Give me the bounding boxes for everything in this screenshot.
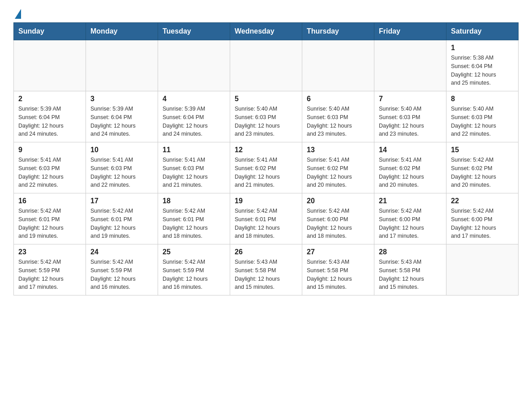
day-number: 2 — [18, 95, 81, 103]
week-row-3: 9Sunrise: 5:41 AM Sunset: 6:03 PM Daylig… — [14, 142, 519, 193]
day-info: Sunrise: 5:39 AM Sunset: 6:04 PM Dayligh… — [18, 105, 81, 138]
calendar-cell: 5Sunrise: 5:40 AM Sunset: 6:03 PM Daylig… — [230, 91, 302, 142]
day-info: Sunrise: 5:43 AM Sunset: 5:58 PM Dayligh… — [379, 258, 442, 291]
week-row-2: 2Sunrise: 5:39 AM Sunset: 6:04 PM Daylig… — [14, 91, 519, 142]
calendar-cell: 12Sunrise: 5:41 AM Sunset: 6:02 PM Dayli… — [230, 142, 302, 193]
day-info: Sunrise: 5:42 AM Sunset: 6:01 PM Dayligh… — [163, 207, 225, 240]
day-info: Sunrise: 5:39 AM Sunset: 6:04 PM Dayligh… — [163, 105, 225, 138]
day-info: Sunrise: 5:41 AM Sunset: 6:02 PM Dayligh… — [235, 156, 297, 189]
calendar-cell: 11Sunrise: 5:41 AM Sunset: 6:03 PM Dayli… — [158, 142, 230, 193]
weekday-header-row: SundayMondayTuesdayWednesdayThursdayFrid… — [14, 23, 519, 40]
day-number: 4 — [163, 95, 225, 103]
day-number: 24 — [90, 248, 153, 256]
week-row-4: 16Sunrise: 5:42 AM Sunset: 6:01 PM Dayli… — [14, 193, 519, 244]
logo — [13, 9, 21, 18]
day-info: Sunrise: 5:42 AM Sunset: 5:59 PM Dayligh… — [18, 258, 81, 291]
day-info: Sunrise: 5:42 AM Sunset: 5:59 PM Dayligh… — [163, 258, 225, 291]
day-info: Sunrise: 5:40 AM Sunset: 6:03 PM Dayligh… — [451, 105, 514, 138]
calendar-cell: 7Sunrise: 5:40 AM Sunset: 6:03 PM Daylig… — [374, 91, 446, 142]
calendar-cell: 13Sunrise: 5:41 AM Sunset: 6:02 PM Dayli… — [302, 142, 374, 193]
day-info: Sunrise: 5:41 AM Sunset: 6:03 PM Dayligh… — [18, 156, 81, 189]
calendar-cell — [14, 40, 86, 91]
calendar-cell — [158, 40, 230, 91]
day-number: 26 — [235, 248, 297, 256]
week-row-1: 1Sunrise: 5:38 AM Sunset: 6:04 PM Daylig… — [14, 40, 519, 91]
calendar-cell: 25Sunrise: 5:42 AM Sunset: 5:59 PM Dayli… — [158, 244, 230, 295]
calendar-cell: 21Sunrise: 5:42 AM Sunset: 6:00 PM Dayli… — [374, 193, 446, 244]
calendar-cell: 28Sunrise: 5:43 AM Sunset: 5:58 PM Dayli… — [374, 244, 446, 295]
calendar-cell: 14Sunrise: 5:41 AM Sunset: 6:02 PM Dayli… — [374, 142, 446, 193]
day-number: 19 — [235, 197, 297, 205]
calendar-cell: 8Sunrise: 5:40 AM Sunset: 6:03 PM Daylig… — [446, 91, 519, 142]
day-info: Sunrise: 5:39 AM Sunset: 6:04 PM Dayligh… — [90, 105, 153, 138]
calendar-cell: 18Sunrise: 5:42 AM Sunset: 6:01 PM Dayli… — [158, 193, 230, 244]
day-info: Sunrise: 5:38 AM Sunset: 6:04 PM Dayligh… — [451, 54, 514, 87]
day-info: Sunrise: 5:41 AM Sunset: 6:02 PM Dayligh… — [379, 156, 442, 189]
calendar-cell — [446, 244, 519, 295]
day-info: Sunrise: 5:42 AM Sunset: 6:00 PM Dayligh… — [451, 207, 514, 240]
day-number: 25 — [163, 248, 225, 256]
calendar-cell: 16Sunrise: 5:42 AM Sunset: 6:01 PM Dayli… — [14, 193, 86, 244]
calendar-cell — [374, 40, 446, 91]
day-info: Sunrise: 5:43 AM Sunset: 5:58 PM Dayligh… — [235, 258, 297, 291]
day-number: 22 — [451, 197, 514, 205]
weekday-header-thursday: Thursday — [302, 23, 374, 40]
calendar-cell: 27Sunrise: 5:43 AM Sunset: 5:58 PM Dayli… — [302, 244, 374, 295]
day-number: 12 — [235, 146, 297, 154]
day-number: 27 — [307, 248, 369, 256]
weekday-header-saturday: Saturday — [446, 23, 519, 40]
calendar-cell: 1Sunrise: 5:38 AM Sunset: 6:04 PM Daylig… — [446, 40, 519, 91]
day-info: Sunrise: 5:42 AM Sunset: 5:59 PM Dayligh… — [90, 258, 153, 291]
calendar-cell: 6Sunrise: 5:40 AM Sunset: 6:03 PM Daylig… — [302, 91, 374, 142]
day-number: 28 — [379, 248, 442, 256]
day-number: 7 — [379, 95, 442, 103]
weekday-header-tuesday: Tuesday — [158, 23, 230, 40]
calendar-cell: 17Sunrise: 5:42 AM Sunset: 6:01 PM Dayli… — [86, 193, 158, 244]
logo-triangle-icon — [15, 9, 21, 19]
day-info: Sunrise: 5:42 AM Sunset: 6:01 PM Dayligh… — [235, 207, 297, 240]
weekday-header-sunday: Sunday — [14, 23, 86, 40]
day-info: Sunrise: 5:43 AM Sunset: 5:58 PM Dayligh… — [307, 258, 369, 291]
calendar-cell: 19Sunrise: 5:42 AM Sunset: 6:01 PM Dayli… — [230, 193, 302, 244]
calendar-cell — [86, 40, 158, 91]
calendar-cell: 15Sunrise: 5:42 AM Sunset: 6:02 PM Dayli… — [446, 142, 519, 193]
day-number: 23 — [18, 248, 81, 256]
day-number: 5 — [235, 95, 297, 103]
calendar-cell: 10Sunrise: 5:41 AM Sunset: 6:03 PM Dayli… — [86, 142, 158, 193]
day-number: 14 — [379, 146, 442, 154]
calendar-cell: 22Sunrise: 5:42 AM Sunset: 6:00 PM Dayli… — [446, 193, 519, 244]
calendar-cell — [230, 40, 302, 91]
weekday-header-friday: Friday — [374, 23, 446, 40]
day-number: 9 — [18, 146, 81, 154]
day-info: Sunrise: 5:42 AM Sunset: 6:00 PM Dayligh… — [379, 207, 442, 240]
calendar-table: SundayMondayTuesdayWednesdayThursdayFrid… — [13, 22, 519, 295]
weekday-header-monday: Monday — [86, 23, 158, 40]
calendar-cell: 2Sunrise: 5:39 AM Sunset: 6:04 PM Daylig… — [14, 91, 86, 142]
day-number: 15 — [451, 146, 514, 154]
calendar-cell: 24Sunrise: 5:42 AM Sunset: 5:59 PM Dayli… — [86, 244, 158, 295]
calendar-cell: 26Sunrise: 5:43 AM Sunset: 5:58 PM Dayli… — [230, 244, 302, 295]
day-info: Sunrise: 5:42 AM Sunset: 6:02 PM Dayligh… — [451, 156, 514, 189]
day-number: 20 — [307, 197, 369, 205]
day-info: Sunrise: 5:42 AM Sunset: 6:01 PM Dayligh… — [18, 207, 81, 240]
calendar-cell: 20Sunrise: 5:42 AM Sunset: 6:00 PM Dayli… — [302, 193, 374, 244]
day-info: Sunrise: 5:40 AM Sunset: 6:03 PM Dayligh… — [307, 105, 369, 138]
day-number: 3 — [90, 95, 153, 103]
day-number: 11 — [163, 146, 225, 154]
day-number: 21 — [379, 197, 442, 205]
day-number: 17 — [90, 197, 153, 205]
day-number: 8 — [451, 95, 514, 103]
day-number: 18 — [163, 197, 225, 205]
day-number: 16 — [18, 197, 81, 205]
day-info: Sunrise: 5:42 AM Sunset: 6:01 PM Dayligh… — [90, 207, 153, 240]
day-info: Sunrise: 5:40 AM Sunset: 6:03 PM Dayligh… — [235, 105, 297, 138]
day-info: Sunrise: 5:41 AM Sunset: 6:03 PM Dayligh… — [163, 156, 225, 189]
day-info: Sunrise: 5:42 AM Sunset: 6:00 PM Dayligh… — [307, 207, 369, 240]
day-number: 13 — [307, 146, 369, 154]
page-header — [13, 9, 519, 18]
day-info: Sunrise: 5:40 AM Sunset: 6:03 PM Dayligh… — [379, 105, 442, 138]
weekday-header-wednesday: Wednesday — [230, 23, 302, 40]
day-number: 6 — [307, 95, 369, 103]
calendar-cell: 4Sunrise: 5:39 AM Sunset: 6:04 PM Daylig… — [158, 91, 230, 142]
day-number: 1 — [451, 44, 514, 52]
